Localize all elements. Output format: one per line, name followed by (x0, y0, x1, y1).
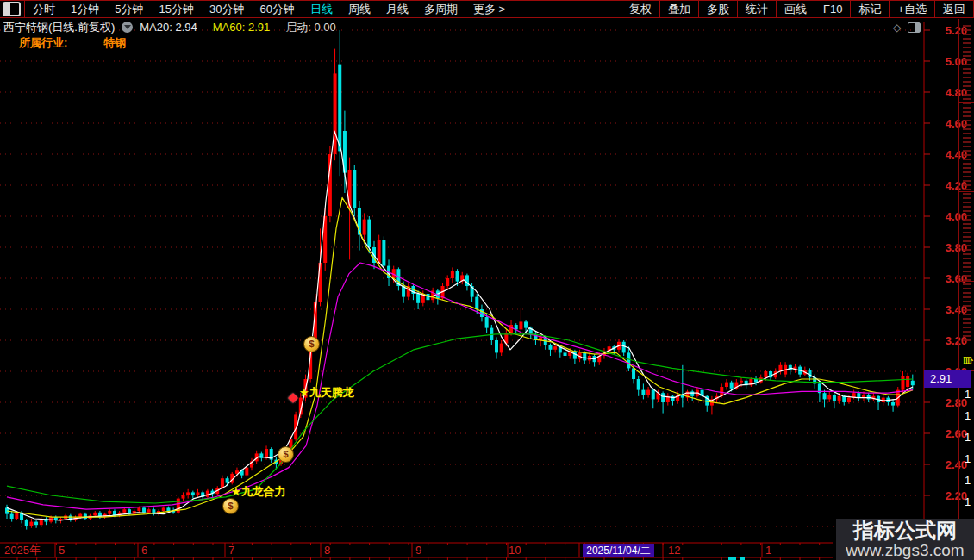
app-window: 分时1分钟5分钟15分钟30分钟60分钟日线周线月线多周期更多 > 复权叠加多股… (0, 0, 974, 560)
svg-text:5: 5 (59, 544, 65, 557)
right-side-strip[interactable]: 自 111111 (958, 19, 974, 519)
symbol-title[interactable]: 西宁特钢(日线.前复权) (3, 20, 115, 35)
svg-text:12: 12 (668, 544, 680, 557)
signal-label: ★九龙合力 (231, 484, 286, 500)
industry-row: 所属行业: 特钢 (19, 35, 126, 49)
strip-number: 1 (965, 452, 971, 465)
ma20-value: MA20: 2.94 (140, 21, 197, 34)
strip-number: 1 (965, 495, 971, 508)
ma60-value: MA60: 2.91 (213, 21, 271, 34)
svg-text:10: 10 (509, 544, 521, 557)
svg-text:8: 8 (324, 544, 330, 557)
strip-accent-glyph: 自 (960, 356, 974, 366)
candlestick-chart[interactable]: 5.205.004.804.604.404.204.003.803.603.40… (0, 0, 974, 560)
current-date-badge: 2025/11/04/二 (583, 544, 654, 557)
split-pane-icon[interactable] (908, 22, 921, 33)
diamond-icon[interactable]: ◇ (893, 22, 901, 34)
gem-icon: ◆ (288, 389, 298, 405)
mini-icons: ◇ (893, 22, 921, 34)
watermark-title: 指标公式网 (853, 520, 957, 542)
rotated-text-pattern (963, 22, 971, 341)
qidong-value: 启动: 0.00 (285, 20, 336, 35)
chart-header: 西宁特钢(日线.前复权) MA20: 2.94 MA60: 2.91 启动: 0… (3, 20, 336, 34)
site-watermark: 指标公式网 www.zbgs3.com (836, 519, 974, 560)
money-bag-icon: $ (303, 336, 320, 352)
strip-number: 1 (965, 409, 971, 422)
strip-divider (959, 102, 974, 103)
svg-text:7: 7 (228, 544, 234, 557)
strip-divider (959, 191, 974, 192)
industry-value[interactable]: 特钢 (103, 35, 126, 49)
money-bag-icon: $ (278, 446, 294, 463)
svg-text:1: 1 (765, 544, 771, 557)
strip-number: 1 (965, 388, 971, 401)
svg-text:9: 9 (415, 544, 421, 557)
industry-label: 所属行业: (19, 35, 67, 49)
chevron-down-icon[interactable] (122, 22, 133, 33)
watermark-url: www.zbgs3.com (846, 542, 964, 559)
svg-text:2025年: 2025年 (4, 544, 41, 557)
strip-divider (959, 345, 974, 345)
money-bag-icon: $ (222, 498, 239, 514)
svg-text:6: 6 (141, 544, 147, 557)
signal-label: ★九天腾龙 (299, 385, 354, 401)
strip-divider (959, 281, 974, 282)
current-price-badge: 2.91 (924, 370, 971, 388)
strip-number: 1 (965, 474, 971, 487)
strip-number: 1 (965, 431, 971, 444)
